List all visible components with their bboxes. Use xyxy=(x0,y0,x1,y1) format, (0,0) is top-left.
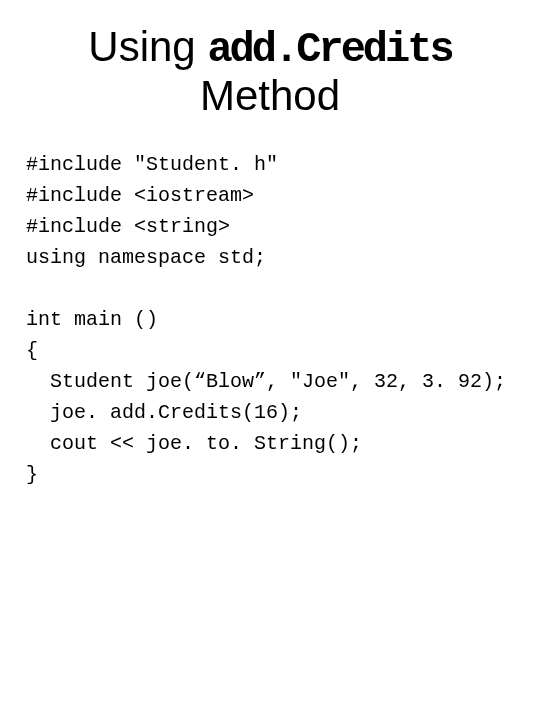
slide: Using add.Credits Method #include "Stude… xyxy=(0,0,540,720)
code-line: #include <iostream> xyxy=(26,184,254,207)
code-line: #include <string> xyxy=(26,215,230,238)
code-line: cout << joe. to. String(); xyxy=(26,432,362,455)
code-line: joe. add.Credits(16); xyxy=(26,401,302,424)
code-block: #include "Student. h" #include <iostream… xyxy=(26,149,514,490)
code-line: Student joe(“Blow”, "Joe", 32, 3. 92); xyxy=(26,370,506,393)
title-mono: add.Credits xyxy=(207,26,451,74)
code-line: #include "Student. h" xyxy=(26,153,278,176)
code-line: } xyxy=(26,463,38,486)
code-line: using namespace std; xyxy=(26,246,266,269)
title-prefix: Using xyxy=(88,23,207,70)
code-line: int main () xyxy=(26,308,158,331)
slide-title: Using add.Credits Method xyxy=(26,24,514,119)
code-line: { xyxy=(26,339,38,362)
title-suffix: Method xyxy=(200,72,340,119)
